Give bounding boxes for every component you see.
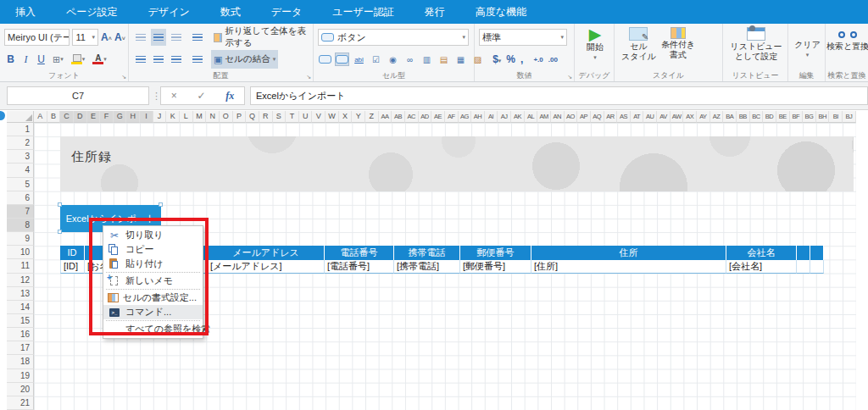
column-header-O[interactable]: O: [220, 111, 233, 123]
menu-item-paste[interactable]: 貼り付け: [103, 257, 203, 271]
column-header-AO[interactable]: AO: [565, 111, 578, 123]
conditional-format-button[interactable]: 条件付き書式: [659, 26, 698, 70]
column-header-N[interactable]: N: [206, 111, 220, 123]
grow-font-button[interactable]: A˄: [101, 31, 112, 43]
start-debug-button[interactable]: ▶ 開始 ▾: [579, 26, 611, 64]
row-header-20[interactable]: 20: [7, 383, 34, 396]
row-header-10[interactable]: 10: [7, 246, 34, 259]
row-header-5[interactable]: 5: [7, 178, 34, 191]
table-header-会社名[interactable]: 会社名: [726, 246, 797, 260]
menu-item-find-all-references[interactable]: すべての参照を検索: [103, 322, 203, 336]
row-header-11[interactable]: 11: [7, 259, 34, 273]
table-cell-3[interactable]: [メールアドレス]: [208, 260, 325, 274]
font-color-button[interactable]: A▾: [90, 51, 109, 68]
bold-button[interactable]: B: [4, 53, 17, 65]
column-header-BC[interactable]: BC: [750, 111, 764, 123]
row-header-12[interactable]: 12: [7, 274, 34, 287]
menu-item-new-note[interactable]: 新しいメモ: [103, 274, 203, 288]
row-header-19[interactable]: 19: [7, 369, 34, 383]
combo-cell-icon[interactable]: ▥: [420, 53, 434, 66]
cancel-icon[interactable]: ×: [171, 90, 177, 102]
column-header-BE[interactable]: BE: [776, 111, 790, 123]
italic-button[interactable]: I: [19, 53, 32, 66]
table-header-郵便番号[interactable]: 郵便番号: [460, 246, 531, 260]
column-header-C[interactable]: C: [60, 111, 74, 123]
column-header-BH[interactable]: BH: [816, 111, 830, 123]
table-header-携帯電話[interactable]: 携帯電話: [394, 246, 460, 260]
column-header-AZ[interactable]: AZ: [710, 111, 724, 123]
align-middle-button[interactable]: [151, 29, 166, 46]
column-header-AW[interactable]: AW: [670, 111, 684, 123]
column-header-Z[interactable]: Z: [365, 111, 379, 123]
table-cell-5[interactable]: [携帯電話]: [394, 260, 460, 274]
column-header-R[interactable]: R: [259, 111, 273, 123]
selection-handle[interactable]: [58, 202, 62, 207]
table-cell-8[interactable]: [会社名]: [726, 260, 797, 274]
column-header-AS[interactable]: AS: [617, 111, 631, 123]
table-cell-1[interactable]: [ID]: [60, 260, 85, 274]
ribbon-tab-3[interactable]: デザイン: [133, 0, 205, 24]
column-header-AX[interactable]: AX: [683, 111, 697, 123]
column-header-V[interactable]: V: [312, 111, 326, 123]
currency-button[interactable]: $▾: [492, 53, 501, 65]
font-name-select[interactable]: Meiryo UI (テー▾: [4, 29, 70, 46]
column-header-T[interactable]: T: [286, 111, 299, 123]
column-header-AM[interactable]: AM: [537, 111, 551, 123]
column-header-AT[interactable]: AT: [631, 111, 644, 123]
celltype-select[interactable]: ボタン▾: [318, 29, 469, 46]
table-cell-7[interactable]: [住所]: [531, 260, 726, 274]
column-header-AG[interactable]: AG: [459, 111, 472, 123]
column-header-AB[interactable]: AB: [392, 111, 405, 123]
column-header-I[interactable]: I: [140, 111, 153, 123]
menu-item-cut[interactable]: ✂切り取り: [103, 228, 203, 242]
radio-cell-icon[interactable]: ◉: [386, 53, 400, 66]
column-header-M[interactable]: M: [193, 111, 207, 123]
column-header-D[interactable]: D: [74, 111, 87, 123]
ribbon-tab-7[interactable]: 発行: [409, 0, 460, 24]
column-header-BJ[interactable]: BJ: [843, 111, 856, 123]
select-all-corner[interactable]: [7, 111, 34, 123]
align-left-button[interactable]: [133, 51, 148, 68]
row-header-2[interactable]: 2: [7, 136, 34, 150]
row-header-21[interactable]: 21: [7, 396, 34, 410]
increase-indent-button[interactable]: [190, 51, 205, 68]
align-bottom-button[interactable]: [169, 29, 184, 46]
wrap-text-button[interactable]: 折り返して全体を表示する: [211, 29, 310, 46]
column-header-AY[interactable]: AY: [697, 111, 710, 123]
font-dialog-launcher[interactable]: ↘: [121, 74, 126, 80]
row-header-16[interactable]: 16: [7, 328, 34, 341]
column-header-K[interactable]: K: [166, 111, 180, 123]
grid-cell-icon[interactable]: ▦: [453, 53, 468, 66]
table-header-メールアドレス[interactable]: メールアドレス: [208, 246, 325, 260]
column-header-BD[interactable]: BD: [763, 111, 776, 123]
table-cell-9[interactable]: [797, 260, 810, 274]
clear-button[interactable]: クリア ▾: [793, 26, 822, 61]
column-header-AJ[interactable]: AJ: [498, 111, 511, 123]
table-cell-4[interactable]: [電話番号]: [325, 260, 394, 274]
column-header-BB[interactable]: BB: [737, 111, 750, 123]
merge-cells-button[interactable]: ▣セルの結合▾: [211, 50, 278, 69]
align-dialog-launcher[interactable]: ↘: [306, 74, 311, 80]
ribbon-tab-8[interactable]: 高度な機能: [460, 0, 542, 24]
column-header-AK[interactable]: AK: [511, 111, 525, 123]
menu-item-command[interactable]: >_コマンド...: [103, 305, 203, 319]
align-right-button[interactable]: [169, 51, 184, 68]
table-cell-10[interactable]: [810, 260, 824, 274]
row-header-9[interactable]: 9: [7, 232, 34, 246]
ribbon-tab-2[interactable]: ページ設定: [51, 0, 133, 24]
column-header-W[interactable]: W: [326, 111, 339, 123]
increase-decimal-button[interactable]: +.0: [533, 56, 542, 64]
column-header-U[interactable]: U: [299, 111, 313, 123]
table-header-blank-9[interactable]: [810, 246, 824, 260]
column-header-H[interactable]: H: [126, 111, 140, 123]
row-header-4[interactable]: 4: [7, 163, 34, 177]
column-header-AH[interactable]: AH: [471, 111, 485, 123]
row-header-1[interactable]: 1: [7, 123, 34, 136]
shrink-font-button[interactable]: A˅: [114, 31, 125, 43]
row-header-8[interactable]: 8: [7, 219, 34, 232]
list-cell-icon[interactable]: ▤: [437, 53, 451, 66]
ribbon-tab-5[interactable]: データ: [256, 0, 318, 24]
selection-handle[interactable]: [159, 202, 163, 207]
row-header-7[interactable]: 7: [7, 205, 34, 219]
column-header-L[interactable]: L: [180, 111, 193, 123]
